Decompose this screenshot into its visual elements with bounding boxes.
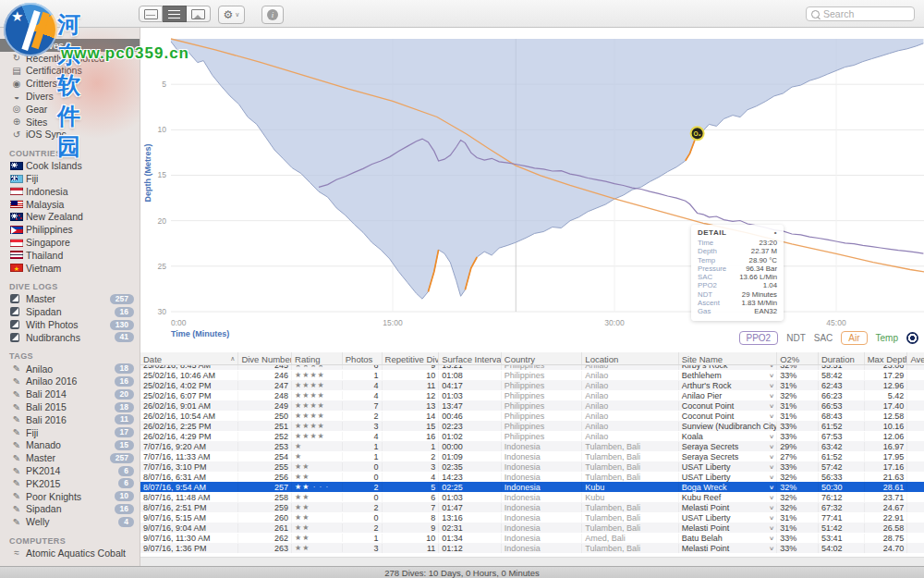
sidebar-item-pk2015[interactable]: ✎PK20156 [0,477,140,490]
column-header-surface-interval[interactable]: Surface Interval [439,352,502,364]
action-menu-button[interactable]: ⚙ ∨ [218,6,245,24]
table-row[interactable]: 8/07/16, 2:51 PM259★★2701:47IndonesiaTul… [140,502,924,512]
column-header-max-depth[interactable]: Max Depth [865,352,908,364]
site-dropdown-chevron-icon[interactable]: ∨ [769,365,774,368]
dive-profile-plot[interactable]: O₂ [140,28,924,333]
site-dropdown-chevron-icon[interactable]: ∨ [769,372,774,378]
sidebar-item-bali-2014[interactable]: ✎Bali 201420 [0,387,140,400]
table-row[interactable]: 26/02/16, 2:25 PM251★★★★31502:23Philippi… [140,421,924,431]
table-row[interactable]: 25/02/16, 6:07 PM248★★★★41201:03Philippi… [140,390,924,400]
sidebar-item-bali-2015[interactable]: ✎Bali 201518 [0,400,140,413]
site-dropdown-chevron-icon[interactable]: ∨ [769,412,774,419]
site-dropdown-chevron-icon[interactable]: ∨ [769,392,774,399]
sidebar-item-with-photos[interactable]: With Photos130 [0,318,140,331]
sidebar-item-sites[interactable]: ⊕Sites [0,116,140,129]
sidebar-item-anilao[interactable]: ✎Anilao18 [0,363,140,375]
site-dropdown-chevron-icon[interactable]: ∨ [769,545,774,551]
table-row[interactable]: 9/07/16, 11:30 AM262★★11001:34IndonesiaA… [140,533,924,543]
site-dropdown-chevron-icon[interactable]: ∨ [769,514,774,521]
column-header-date[interactable]: Date∧ [140,352,238,364]
column-header-repetitive-dive[interactable]: Repetitive Dive [383,352,440,364]
sidebar-item-atomic-aquatics-cobalt[interactable]: ≈Atomic Aquatics Cobalt [0,547,140,560]
site-dropdown-chevron-icon[interactable]: ∨ [769,535,774,541]
table-row[interactable]: 25/02/16, 8:45 AM245★★★★6913:21Philippin… [140,365,924,370]
o2-event-marker[interactable]: O₂ [691,127,704,140]
sidebar-item-certifications[interactable]: ▤Certifications [0,65,140,78]
card-view-button[interactable] [139,6,163,22]
sidebar-item-sipadan[interactable]: ✎Sipadan16 [0,503,140,516]
site-dropdown-chevron-icon[interactable]: ∨ [769,484,774,490]
sidebar-item-critters[interactable]: ◉Critters [0,77,140,90]
site-dropdown-chevron-icon[interactable]: ∨ [769,504,774,510]
site-dropdown-chevron-icon[interactable]: ∨ [769,382,774,388]
table-row-selected[interactable]: 8/07/16, 9:54 AM257★★ · · ·2502:25Indone… [140,482,924,492]
photo-view-button[interactable] [187,6,211,22]
sidebar-item-vietnam[interactable]: ★Vietnam [0,262,140,275]
sidebar-item-singapore[interactable]: Singapore [0,236,140,249]
table-row[interactable]: 7/07/16, 11:33 AM254★1201:09IndonesiaTul… [140,451,924,461]
sidebar-item-recently-imported[interactable]: ↻Recently Imported [0,52,140,65]
chart-options-circle-button[interactable] [906,332,918,344]
chart-toggle-temp[interactable]: Temp [876,332,898,344]
table-row[interactable]: 8/07/16, 6:31 AM256★★0414:23IndonesiaTul… [140,472,924,482]
column-header-country[interactable]: Country [502,352,583,364]
site-dropdown-chevron-icon[interactable]: ∨ [769,473,774,480]
column-header-rating[interactable]: Rating [292,352,343,364]
site-dropdown-chevron-icon[interactable]: ∨ [769,443,774,449]
sidebar-item-welly[interactable]: ✎Welly4 [0,515,140,528]
site-dropdown-chevron-icon[interactable]: ∨ [769,494,774,500]
sidebar-item-cook-islands[interactable]: Cook Islands [0,159,140,172]
sidebar-item-master[interactable]: Master257 [0,293,140,306]
column-header-average-depth[interactable]: Average Depth [907,352,924,364]
sidebar-item-indonesia[interactable]: Indonesia [0,185,140,198]
chart-toggle-ndt[interactable]: NDT [786,332,806,344]
site-dropdown-chevron-icon[interactable]: ∨ [769,524,774,531]
sidebar-item-new-zealand[interactable]: New Zealand [0,211,140,224]
sidebar-item-master[interactable]: ✎Master257 [0,451,140,464]
site-dropdown-chevron-icon[interactable]: ∨ [769,402,774,409]
table-row[interactable]: 9/07/16, 9:04 AM261★★2902:31IndonesiaTul… [140,523,924,533]
column-header-site-name[interactable]: Site Name [679,352,777,364]
chart-toggle-air[interactable]: Air [841,331,867,345]
table-row[interactable]: 7/07/16, 3:10 PM255★★0302:35IndonesiaTul… [140,461,924,472]
sidebar-item-ios-sync[interactable]: ↺iOS Sync [0,129,140,141]
table-body[interactable]: 25/02/16, 8:45 AM245★★★★6913:21Philippin… [140,365,924,557]
sidebar-item-nudibranchs[interactable]: Nudibranchs41 [0,331,140,344]
info-button[interactable]: i [261,6,284,24]
table-row[interactable]: 7/07/16, 9:20 AM253★1100:00IndonesiaTula… [140,441,924,451]
sidebar-item-all-dives[interactable]: ▣All Dives [0,39,140,52]
table-row[interactable]: 26/02/16, 10:54 AM250★★★★21400:46Philipp… [140,411,924,421]
sidebar-item-philippines[interactable]: Philippines [0,223,140,236]
sidebar-item-pk2014[interactable]: ✎PK20146 [0,464,140,477]
sidebar-item-thailand[interactable]: Thailand [0,249,140,262]
sidebar-item-divers[interactable]: ◒Divers [0,90,140,103]
sidebar-item-gear[interactable]: ◎Gear [0,103,140,116]
column-header-dive-number[interactable]: Dive Number [238,352,292,364]
column-header-o2[interactable]: O2% [777,352,819,364]
site-dropdown-chevron-icon[interactable]: ∨ [769,433,774,439]
table-row[interactable]: 9/07/16, 5:15 AM260★★0813:16IndonesiaTul… [140,512,924,523]
sidebar-item-anilao-2016[interactable]: ✎Anilao 201616 [0,375,140,388]
sidebar-item-manado[interactable]: ✎Manado15 [0,439,140,452]
sidebar-item-sipadan[interactable]: Sipadan16 [0,305,140,318]
column-header-location[interactable]: Location [582,352,678,364]
search-input[interactable]: Search [806,6,915,21]
sidebar-item-malaysia[interactable]: Malaysia [0,198,140,211]
sidebar-item-poor-knights[interactable]: ✎Poor Knights10 [0,490,140,503]
sidebar-item-fiji[interactable]: Fiji [0,172,140,185]
table-row[interactable]: 25/02/16, 10:46 AM246★★★★11001:08Philipp… [140,370,924,380]
column-header-photos[interactable]: Photos [343,352,383,364]
table-row[interactable]: 26/02/16, 4:29 PM252★★★★41601:02Philippi… [140,431,924,441]
sidebar-item-fiji[interactable]: ✎Fiji17 [0,426,140,439]
table-row[interactable]: 8/07/16, 11:48 AM258★★0601:03IndonesiaKu… [140,492,924,502]
table-row[interactable]: 26/02/16, 9:01 AM249★★★★71313:47Philippi… [140,400,924,411]
chart-toggle-ppo2[interactable]: PPO2 [739,331,779,345]
table-row[interactable]: 9/07/16, 1:36 PM263★★31101:12IndonesiaTu… [140,543,924,553]
sidebar-item-bali-2016[interactable]: ✎Bali 201611 [0,413,140,426]
list-view-button[interactable] [163,6,187,22]
table-row[interactable]: 25/02/16, 4:02 PM247★★★★41104:17Philippi… [140,380,924,390]
chart-toggle-sac[interactable]: SAC [814,332,833,344]
column-header-duration[interactable]: Duration [819,352,865,364]
site-dropdown-chevron-icon[interactable]: ∨ [769,453,774,460]
site-dropdown-chevron-icon[interactable]: ∨ [769,463,774,470]
